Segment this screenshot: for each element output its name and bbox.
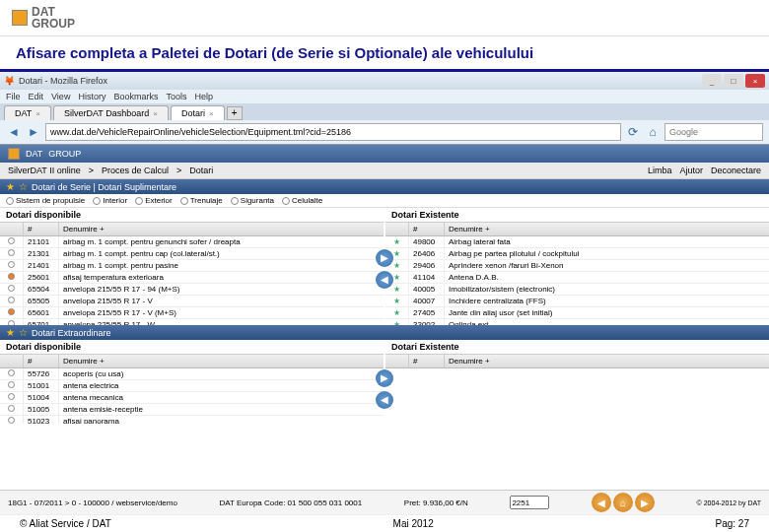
bc-dotari[interactable]: Dotari	[189, 166, 213, 175]
filter-trenulaje[interactable]: Trenulaje	[180, 196, 223, 205]
app-header-text2: GROUP	[48, 149, 81, 159]
close-icon[interactable]: ×	[35, 109, 40, 118]
panel-title: Dotari disponibile	[0, 208, 384, 223]
filter-interior[interactable]: Interior	[93, 196, 127, 205]
list-body[interactable]: ★49800Airbag lateral fata★26406Airbag pe…	[385, 236, 769, 325]
list-header: # Denumire +	[385, 355, 769, 368]
section1-right-panel: Dotari Existente # Denumire + ★49800Airb…	[385, 208, 769, 325]
bc-proces[interactable]: Proces de Calcul	[102, 166, 169, 175]
app-logo-icon	[8, 148, 20, 160]
minimize-button[interactable]: _	[702, 74, 722, 88]
section2-left-panel: Dotari disponibile # Denumire + 55726aco…	[0, 340, 384, 424]
list-row[interactable]: 21101airbag m. 1 compt. pentru genunchi …	[0, 236, 384, 248]
list-row[interactable]: ★33002Oglinda ext	[385, 319, 769, 325]
menu-edit[interactable]: Edit	[29, 92, 44, 101]
list-header: # Denumire +	[385, 223, 769, 236]
move-left-button[interactable]: ◀	[376, 271, 393, 289]
list-row[interactable]: ★41104Antena D.A.B.	[385, 272, 769, 284]
bc-home[interactable]: SilverDAT II online	[8, 166, 81, 175]
list-row[interactable]: ★40005Imobilizator/sistem (electronic)	[385, 284, 769, 296]
list-row[interactable]: ★29406Aprindere xenon /faruri Bi-Xenon	[385, 260, 769, 272]
list-row[interactable]: 65601anvelopa 215/55 R 17 - V (M+S)	[0, 307, 384, 319]
footer-nav: ◀ ⌂ ▶	[592, 493, 655, 512]
menu-view[interactable]: View	[51, 92, 70, 101]
list-row[interactable]: 25601afisaj temperatura exterioara	[0, 272, 384, 284]
footer-right: Pag: 27	[716, 518, 749, 529]
top-logo-bar: DAT GROUP	[0, 0, 769, 36]
list-row[interactable]: ★26406Airbag pe partea pilotului / cockp…	[385, 248, 769, 260]
footer-left: © Aliat Service / DAT	[20, 518, 111, 529]
move-right-button[interactable]: ▶	[376, 369, 393, 387]
menu-history[interactable]: History	[78, 92, 105, 101]
reload-button[interactable]: ⟳	[625, 124, 641, 140]
tab-dat[interactable]: DAT×	[4, 105, 51, 120]
menu-bookmarks[interactable]: Bookmarks	[113, 92, 158, 101]
footer-copyright: © 2004-2012 by DAT	[697, 499, 761, 506]
list-header: # Denumire +	[0, 355, 384, 368]
menu-tools[interactable]: Tools	[166, 92, 186, 101]
footer-code: DAT Europa Code: 01 500 055 031 0001	[220, 499, 363, 507]
star-icon: ☆	[19, 181, 28, 192]
list-row[interactable]: 51023afisaj panorama	[0, 416, 384, 424]
add-tab-button[interactable]: +	[227, 106, 243, 120]
logo-text: DAT GROUP	[32, 6, 75, 30]
back-button[interactable]: ◄	[6, 124, 22, 140]
list-row[interactable]: 21401airbag m. 1 compt. pentru pasine	[0, 260, 384, 272]
menu-bar: File Edit View History Bookmarks Tools H…	[0, 90, 769, 103]
page-title: Afisare completa a Paletei de Dotari (de…	[0, 36, 769, 72]
list-row[interactable]: 65505anvelopa 215/55 R 17 - V	[0, 296, 384, 307]
footer-price: Pret: 9.936,00 €/N	[404, 499, 468, 507]
list-row[interactable]: ★49800Airbag lateral fata	[385, 236, 769, 248]
move-left-button[interactable]: ◀	[376, 391, 393, 409]
move-right-button[interactable]: ▶	[376, 249, 393, 267]
section2-panels: Dotari disponibile # Denumire + 55726aco…	[0, 340, 769, 424]
logo-icon	[12, 10, 28, 26]
filter-propulsie[interactable]: Sistem de propulsie	[6, 196, 85, 205]
forward-button[interactable]: ►	[26, 124, 41, 140]
app-footer: 18G1 - 07/2011 > 0 - 100000 / webservice…	[0, 490, 769, 514]
menu-file[interactable]: File	[6, 92, 21, 101]
url-input[interactable]	[45, 123, 621, 141]
list-row[interactable]: 55726acoperis (cu usa)	[0, 368, 384, 380]
list-row[interactable]: ★40007Inchidere centralizata (FFS)	[385, 296, 769, 307]
list-row[interactable]: ★27405Jante din aliaj usor (set initial)	[385, 307, 769, 319]
list-body[interactable]: 21101airbag m. 1 compt. pentru genunchi …	[0, 236, 384, 325]
footer-info: 18G1 - 07/2011 > 0 - 100000 / webservice…	[8, 499, 177, 507]
filter-exterior[interactable]: Exterior	[135, 196, 173, 205]
list-row[interactable]: 51005antena emisie-receptie	[0, 404, 384, 416]
close-icon[interactable]: ×	[153, 109, 158, 118]
list-row[interactable]: 65701anvelopa 225/55 R 17 - W	[0, 319, 384, 325]
section2-right-panel: Dotari Existente # Denumire +	[385, 340, 769, 424]
slide-footer: © Aliat Service / DAT Mai 2012 Pag: 27	[0, 514, 769, 532]
footer-back-button[interactable]: ◀	[592, 493, 611, 512]
menu-help[interactable]: Help	[194, 92, 213, 101]
star-icon: ☆	[19, 327, 28, 338]
home-button[interactable]: ⌂	[645, 124, 661, 140]
bc-limba[interactable]: Limba	[648, 166, 672, 175]
list-body[interactable]: 55726acoperis (cu usa)51001antena electr…	[0, 368, 384, 424]
footer-center: Mai 2012	[393, 518, 434, 529]
window-titlebar: 🦊 Dotari - Mozilla Firefox _ □ ×	[0, 72, 769, 90]
list-row[interactable]: 51001antena electrica	[0, 380, 384, 392]
bc-ajutor[interactable]: Ajutor	[679, 166, 703, 175]
tab-dashboard[interactable]: SilverDAT Dashboard×	[53, 105, 169, 120]
browser-chrome: 🦊 Dotari - Mozilla Firefox _ □ × File Ed…	[0, 72, 769, 145]
tab-dotari[interactable]: Dotari×	[171, 105, 225, 120]
search-input[interactable]	[664, 123, 763, 141]
close-icon[interactable]: ×	[209, 109, 214, 118]
list-row[interactable]: 65504anvelopa 215/55 R 17 - 94 (M+S)	[0, 284, 384, 296]
firefox-icon: 🦊	[4, 76, 15, 86]
bc-deconectare[interactable]: Deconectare	[711, 166, 761, 175]
maximize-button[interactable]: □	[724, 74, 743, 88]
filter-siguranta[interactable]: Siguranta	[231, 196, 274, 205]
footer-fwd-button[interactable]: ▶	[635, 493, 655, 512]
close-button[interactable]: ×	[745, 74, 765, 88]
nav-field[interactable]	[510, 496, 549, 509]
section1-left-panel: Dotari disponibile # Denumire + 21101air…	[0, 208, 384, 325]
panel-title: Dotari Existente	[385, 208, 769, 223]
list-row[interactable]: 51004antena mecanica	[0, 392, 384, 404]
filter-celulalte[interactable]: Celulalte	[282, 196, 322, 205]
list-row[interactable]: 21301airbag m. 1 compt. pentru cap (col.…	[0, 248, 384, 260]
list-body[interactable]	[385, 368, 769, 424]
footer-home-button[interactable]: ⌂	[613, 493, 633, 512]
